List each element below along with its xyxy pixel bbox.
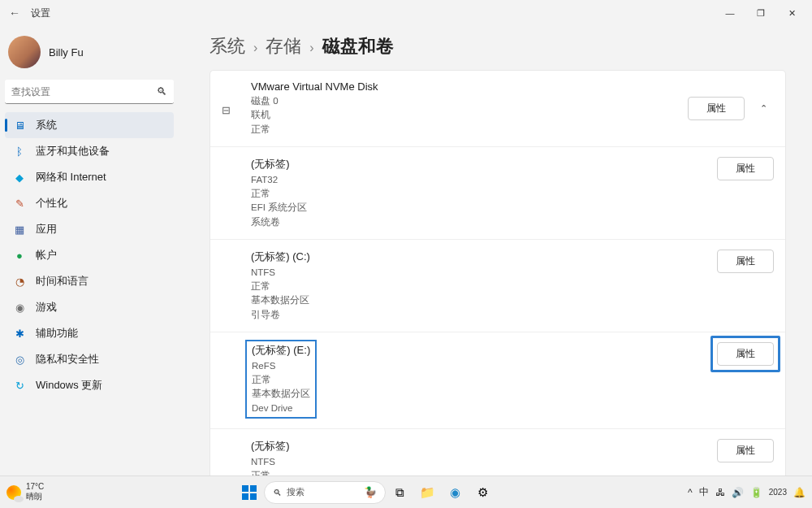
- sidebar-item-时间和语言[interactable]: ◔时间和语言: [5, 268, 174, 294]
- window-title: 设置: [31, 7, 50, 20]
- chevron-toggle-icon[interactable]: ⌃: [753, 98, 774, 119]
- volume-title: (无标签) (C:): [251, 250, 717, 264]
- account-icon: ●: [13, 249, 26, 262]
- disks-container: ⊟VMware Virtual NVMe Disk磁盘 0联机正常属性⌃(无标签…: [209, 70, 786, 475]
- edge-icon[interactable]: ◉: [443, 480, 469, 506]
- personalize-icon: ✎: [13, 197, 26, 210]
- volume-info-line: 系统卷: [251, 215, 717, 229]
- chevron-right-icon: ›: [309, 41, 313, 55]
- weather-icon: [6, 485, 21, 500]
- sidebar-item-应用[interactable]: ▦应用: [5, 216, 174, 242]
- taskbar: 17°C 晴朗 🔍︎ 搜索 🦆 ⧉ 📁 ◉ ⚙ ^ 中 🖧 🔊 🔋 2023 🔔: [0, 475, 812, 508]
- search-deco-icon: 🦆: [364, 486, 377, 498]
- taskbar-search[interactable]: 🔍︎ 搜索 🦆: [264, 481, 386, 504]
- disk-info-line: 正常: [251, 123, 688, 137]
- sidebar-item-Windows 更新[interactable]: ↻Windows 更新: [5, 372, 174, 398]
- taskview-icon[interactable]: ⧉: [387, 480, 413, 506]
- wifi-icon: ◆: [13, 171, 26, 184]
- sidebar-item-蓝牙和其他设备[interactable]: ᛒ蓝牙和其他设备: [5, 138, 174, 164]
- ime-indicator[interactable]: 中: [699, 485, 709, 499]
- system-tray: ^ 中 🖧 🔊 🔋 2023 🔔: [688, 485, 812, 499]
- sidebar-item-个性化[interactable]: ✎个性化: [5, 190, 174, 216]
- properties-button[interactable]: 属性: [717, 439, 774, 462]
- minimize-button[interactable]: —: [715, 2, 745, 24]
- titlebar: ← 设置 — ❐ ✕: [0, 0, 812, 26]
- breadcrumb-current: 磁盘和卷: [322, 34, 394, 59]
- clock-year[interactable]: 2023: [769, 488, 787, 497]
- weather-widget[interactable]: 17°C 晴朗: [0, 482, 44, 502]
- nav-label: 帐户: [36, 248, 57, 263]
- close-button[interactable]: ✕: [776, 2, 807, 24]
- volume-info-line: 正常: [251, 469, 717, 475]
- volume-icon[interactable]: 🔊: [732, 487, 744, 498]
- nav-label: 时间和语言: [36, 274, 89, 289]
- search-icon: 🔍︎: [273, 488, 282, 497]
- svg-rect-3: [250, 493, 257, 500]
- nav-label: 网络和 Internet: [36, 170, 106, 185]
- properties-button[interactable]: 属性: [717, 342, 774, 366]
- weather-temp: 17°C: [26, 482, 44, 491]
- apps-icon: ▦: [13, 223, 26, 236]
- maximize-button[interactable]: ❐: [745, 2, 776, 24]
- breadcrumb-system[interactable]: 系统: [209, 34, 245, 59]
- volume-info-line: FAT32: [251, 173, 717, 187]
- sidebar-item-帐户[interactable]: ●帐户: [5, 242, 174, 268]
- volume-info-line: 基本数据分区: [251, 293, 717, 307]
- accessibility-icon: ✱: [13, 327, 26, 340]
- sidebar-item-辅助功能[interactable]: ✱辅助功能: [5, 320, 174, 346]
- sidebar-item-隐私和安全性[interactable]: ◎隐私和安全性: [5, 346, 174, 372]
- sidebar-item-系统[interactable]: 🖥系统: [5, 112, 174, 138]
- sidebar-item-网络和 Internet[interactable]: ◆网络和 Internet: [5, 164, 174, 190]
- notification-icon[interactable]: 🔔: [793, 487, 806, 498]
- sidebar: Billy Fu 🔍︎ 🖥系统ᛒ蓝牙和其他设备◆网络和 Internet✎个性化…: [0, 26, 179, 475]
- svg-rect-1: [250, 485, 257, 492]
- volume-info-line: NTFS: [251, 266, 717, 280]
- time-icon: ◔: [13, 275, 26, 288]
- volume-info-line: 正常: [251, 187, 717, 201]
- network-icon[interactable]: 🖧: [715, 487, 725, 498]
- start-button[interactable]: [236, 480, 262, 506]
- nav-label: 系统: [36, 118, 57, 132]
- volume-info-line: EFI 系统分区: [251, 201, 717, 215]
- disk-title: VMware Virtual NVMe Disk: [251, 80, 688, 93]
- volume-row[interactable]: (无标签) (E:)ReFS正常基本数据分区Dev Drive属性: [210, 332, 785, 429]
- disk-info-line: 联机: [251, 108, 688, 122]
- volume-info-line: ReFS: [252, 359, 310, 373]
- user-info[interactable]: Billy Fu: [5, 31, 174, 80]
- disk-header-row[interactable]: ⊟VMware Virtual NVMe Disk磁盘 0联机正常属性⌃: [210, 71, 785, 147]
- system-icon: 🖥: [13, 119, 26, 132]
- disk-info-line: 磁盘 0: [251, 94, 688, 108]
- properties-button[interactable]: 属性: [688, 97, 745, 120]
- volume-row[interactable]: (无标签)NTFS正常Microsoft 恢复分区属性: [210, 429, 785, 475]
- properties-button[interactable]: 属性: [717, 250, 774, 273]
- explorer-icon[interactable]: 📁: [415, 480, 441, 506]
- chevron-right-icon: ›: [253, 41, 257, 55]
- nav-label: 蓝牙和其他设备: [36, 144, 110, 158]
- breadcrumb-storage[interactable]: 存储: [266, 34, 301, 59]
- volume-info-line: 基本数据分区: [252, 387, 310, 401]
- battery-icon[interactable]: 🔋: [750, 487, 762, 498]
- volume-row[interactable]: (无标签) (C:)NTFS正常基本数据分区引导卷属性: [210, 240, 785, 332]
- properties-button[interactable]: 属性: [717, 157, 774, 180]
- search-input[interactable]: [5, 80, 174, 104]
- content-area: 系统 › 存储 › 磁盘和卷 ⊟VMware Virtual NVMe Disk…: [179, 26, 812, 475]
- settings-icon[interactable]: ⚙: [470, 480, 496, 506]
- nav-label: Windows 更新: [36, 378, 102, 393]
- nav-label: 应用: [36, 222, 57, 237]
- svg-rect-0: [242, 485, 248, 492]
- nav-label: 个性化: [36, 196, 67, 211]
- sidebar-item-游戏[interactable]: ◉游戏: [5, 294, 174, 320]
- search-box: 🔍︎: [5, 80, 174, 104]
- volume-title: (无标签): [251, 439, 717, 454]
- back-button[interactable]: ←: [5, 3, 24, 23]
- window-controls: — ❐ ✕: [715, 2, 807, 24]
- taskbar-center: 🔍︎ 搜索 🦆 ⧉ 📁 ◉ ⚙: [44, 480, 688, 506]
- tray-chevron-icon[interactable]: ^: [688, 487, 693, 498]
- disk-card: ⊟VMware Virtual NVMe Disk磁盘 0联机正常属性⌃(无标签…: [209, 70, 786, 475]
- nav-label: 辅助功能: [36, 326, 78, 341]
- update-icon: ↻: [13, 379, 26, 392]
- volume-info-line: 正常: [251, 280, 717, 293]
- volume-row[interactable]: (无标签)FAT32正常EFI 系统分区系统卷属性: [210, 147, 785, 240]
- bluetooth-icon: ᛒ: [13, 145, 26, 158]
- nav-label: 游戏: [36, 300, 57, 315]
